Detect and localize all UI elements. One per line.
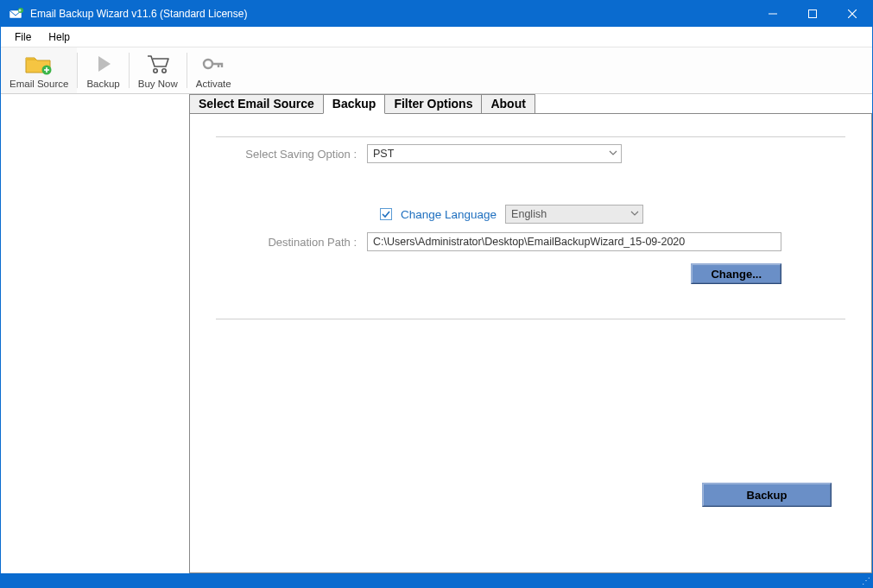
menu-file[interactable]: File — [6, 29, 40, 45]
destination-path-input[interactable]: C:\Users\Administrator\Desktop\EmailBack… — [367, 232, 781, 251]
key-icon — [200, 51, 226, 77]
toolbar-email-source-label: Email Source — [9, 79, 68, 89]
saving-option-select[interactable]: PST — [367, 144, 622, 163]
destination-path-value: C:\Users\Administrator\Desktop\EmailBack… — [373, 236, 685, 248]
app-window: Email Backup Wizard v11.6 (Standard Lice… — [0, 0, 873, 588]
status-bar: ⋰ — [1, 573, 872, 587]
toolbar-email-source[interactable]: Email Source — [1, 47, 77, 93]
app-icon — [8, 5, 25, 22]
svg-point-10 — [204, 60, 212, 68]
svg-rect-3 — [809, 10, 817, 18]
play-icon — [94, 51, 113, 77]
close-button[interactable] — [832, 1, 872, 27]
change-button[interactable]: Change... — [691, 263, 781, 284]
destination-path-label: Destination Path : — [216, 236, 367, 249]
backup-button[interactable]: Backup — [702, 483, 832, 507]
toolbar: Email Source Backup Buy Now — [1, 47, 872, 94]
svg-point-9 — [162, 68, 166, 72]
tab-filter-options[interactable]: Filter Options — [384, 94, 482, 113]
chevron-down-icon — [630, 209, 639, 218]
change-language-label: Change Language — [401, 208, 497, 221]
resize-grip-icon[interactable]: ⋰ — [862, 576, 869, 585]
maximize-button[interactable] — [793, 1, 832, 27]
chevron-down-icon — [609, 149, 617, 157]
toolbar-buy-now-label: Buy Now — [138, 79, 178, 89]
tab-select-email-source[interactable]: Select Email Source — [189, 94, 324, 113]
toolbar-buy-now[interactable]: Buy Now — [130, 47, 187, 93]
tab-backup[interactable]: Backup — [323, 94, 386, 114]
toolbar-activate-label: Activate — [196, 79, 231, 89]
main-area: Select Email Source Backup Filter Option… — [1, 94, 872, 573]
saving-option-value: PST — [373, 148, 394, 160]
left-panel — [1, 94, 189, 573]
window-title: Email Backup Wizard v11.6 (Standard Lice… — [30, 8, 247, 20]
toolbar-backup[interactable]: Backup — [78, 47, 128, 93]
tab-content-backup: Select Saving Option : PST — [189, 113, 872, 573]
tab-strip: Select Email Source Backup Filter Option… — [189, 94, 872, 113]
svg-point-8 — [154, 68, 157, 72]
divider — [216, 319, 845, 319]
title-bar: Email Backup Wizard v11.6 (Standard Lice… — [1, 1, 872, 27]
tab-about[interactable]: About — [481, 94, 535, 113]
language-select[interactable]: English — [505, 205, 643, 224]
minimize-button[interactable] — [753, 1, 793, 27]
svg-marker-7 — [98, 56, 111, 72]
menu-bar: File Help — [1, 27, 872, 47]
language-value: English — [511, 208, 547, 220]
change-language-checkbox[interactable] — [380, 208, 392, 220]
right-panel: Select Email Source Backup Filter Option… — [189, 94, 872, 573]
toolbar-backup-label: Backup — [86, 79, 119, 89]
saving-option-label: Select Saving Option : — [216, 148, 367, 161]
toolbar-activate[interactable]: Activate — [187, 47, 240, 93]
divider — [216, 136, 845, 137]
folder-plus-icon — [24, 51, 54, 77]
cart-icon — [145, 51, 171, 77]
menu-help[interactable]: Help — [40, 29, 79, 45]
